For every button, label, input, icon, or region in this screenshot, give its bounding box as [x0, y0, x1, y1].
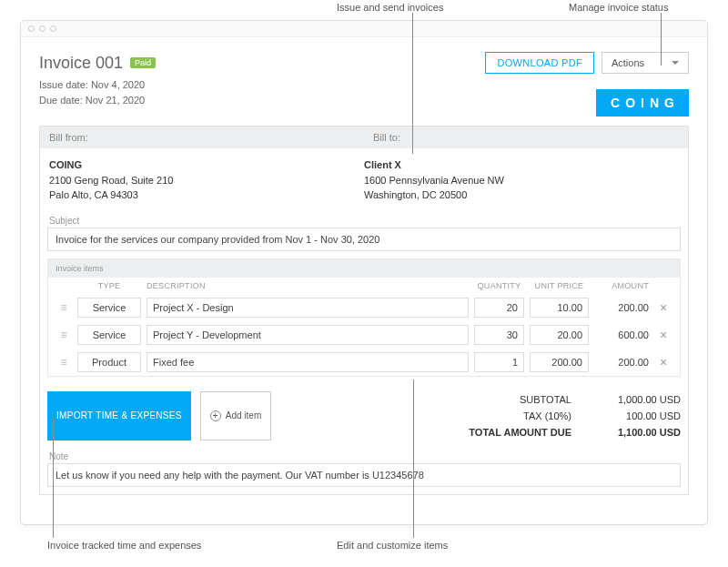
subject-label: Subject — [40, 212, 688, 228]
item-unit-price-input[interactable] — [530, 298, 589, 318]
delete-item-icon[interactable]: × — [654, 355, 672, 370]
window-dot — [50, 25, 56, 32]
item-unit-price-input[interactable] — [530, 352, 589, 372]
brand-logo: COING — [596, 89, 689, 116]
invoice-item-row: ≡ 200.00 × — [48, 349, 680, 376]
item-description-input[interactable] — [147, 352, 469, 372]
totals-block: SUBTOTAL1,000.00 USD TAX (10%)100.00 USD… — [444, 391, 681, 440]
delete-item-icon[interactable]: × — [654, 300, 672, 315]
invoice-card: Bill from: Bill to: COING 2100 Geng Road… — [39, 126, 689, 495]
item-quantity-input[interactable] — [474, 325, 524, 345]
add-item-button[interactable]: + Add item — [200, 391, 271, 440]
annotation-edit-items: Edit and customize items — [337, 540, 448, 551]
item-amount: 600.00 — [594, 329, 649, 340]
item-type-input[interactable] — [77, 298, 141, 318]
note-input[interactable] — [47, 463, 681, 487]
delete-item-icon[interactable]: × — [654, 328, 672, 342]
note-label: Note — [40, 448, 688, 463]
bill-to-block: Client X 1600 Pennsylvania Avenue NW Was… — [364, 157, 679, 203]
invoice-item-row: ≡ 200.00 × — [48, 294, 680, 321]
plus-circle-icon: + — [210, 410, 221, 421]
actions-label: Actions — [612, 57, 644, 68]
item-unit-price-input[interactable] — [530, 325, 589, 345]
bill-from-block: COING 2100 Geng Road, Suite 210 Palo Alt… — [49, 157, 364, 203]
chevron-down-icon — [672, 57, 679, 68]
status-badge: Paid — [130, 57, 156, 68]
invoice-title: Invoice 001 — [39, 54, 123, 73]
invoice-items-columns: TYPE DESCRIPTION QUANTITY UNIT PRICE AMO… — [48, 278, 680, 294]
drag-handle-icon[interactable]: ≡ — [56, 301, 72, 314]
import-time-expenses-button[interactable]: IMPORT TIME & EXPENSES — [47, 391, 191, 440]
drag-handle-icon[interactable]: ≡ — [56, 356, 72, 369]
item-type-input[interactable] — [77, 352, 141, 372]
annotation-tracked: Invoice tracked time and expenses — [47, 540, 201, 551]
invoice-items-header: Invoice items — [48, 259, 680, 278]
item-description-input[interactable] — [147, 325, 469, 345]
window-title-bar — [21, 21, 707, 37]
app-window: Invoice 001 Paid DOWNLOAD PDF Actions Is… — [20, 20, 708, 525]
item-quantity-input[interactable] — [474, 352, 524, 372]
invoice-items-box: Invoice items TYPE DESCRIPTION QUANTITY … — [47, 258, 681, 377]
item-amount: 200.00 — [594, 357, 649, 368]
drag-handle-icon[interactable]: ≡ — [56, 329, 72, 341]
item-type-input[interactable] — [77, 325, 141, 345]
window-dot — [28, 25, 35, 32]
invoice-item-row: ≡ 600.00 × — [48, 321, 680, 349]
actions-dropdown[interactable]: Actions — [602, 52, 689, 74]
annotation-manage-status: Manage invoice status — [569, 2, 668, 13]
item-amount: 200.00 — [594, 302, 649, 313]
bill-from-header: Bill from: — [40, 127, 364, 148]
download-pdf-button[interactable]: DOWNLOAD PDF — [485, 52, 593, 74]
item-quantity-input[interactable] — [474, 298, 524, 318]
bill-to-header: Bill to: — [364, 127, 688, 148]
window-dot — [39, 25, 46, 32]
subject-input[interactable] — [47, 228, 681, 251]
annotation-issue-send: Issue and send invoices — [337, 2, 443, 13]
item-description-input[interactable] — [147, 298, 469, 318]
